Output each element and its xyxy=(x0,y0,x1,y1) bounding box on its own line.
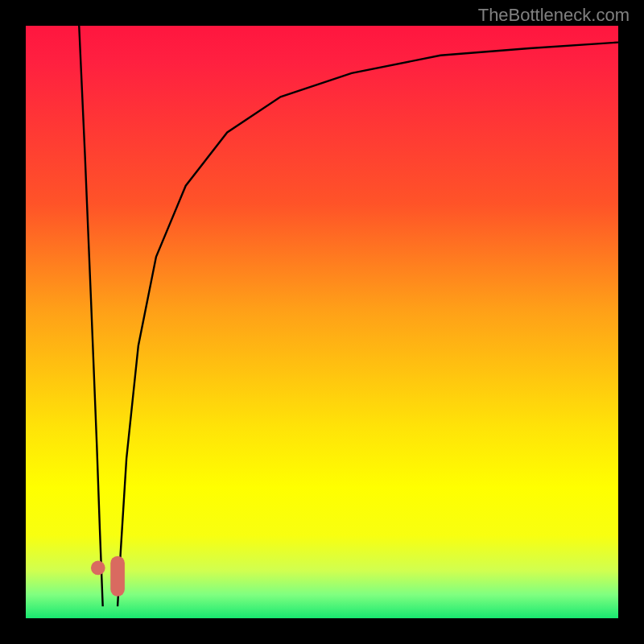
curve-left-branch xyxy=(79,26,102,606)
pill-right xyxy=(110,556,125,597)
curves-group xyxy=(79,26,618,606)
dot-left xyxy=(91,561,105,576)
plot-area xyxy=(26,26,618,618)
curve-right-branch xyxy=(118,43,618,607)
chart-svg xyxy=(26,26,618,618)
markers-group xyxy=(91,556,125,597)
watermark-text: TheBottleneck.com xyxy=(478,5,630,26)
chart-frame: TheBottleneck.com xyxy=(0,0,644,644)
